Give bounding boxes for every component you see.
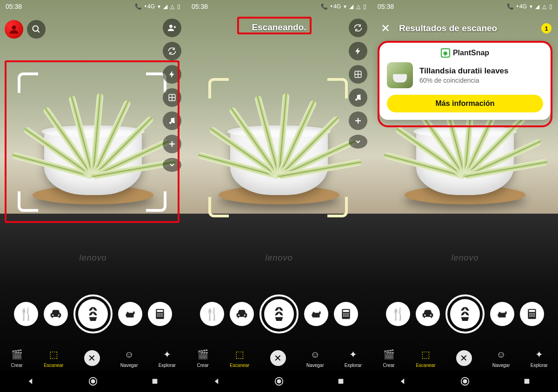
rotate-camera-icon[interactable] <box>163 42 181 60</box>
wifi-icon: ▾ <box>344 3 346 10</box>
toolbar-crear[interactable]: 🎬Crear <box>10 348 23 368</box>
clapper-icon: 🎬 <box>196 348 209 361</box>
profile-avatar[interactable] <box>5 20 23 39</box>
status-time: 05:38 <box>6 3 22 10</box>
flash-icon[interactable] <box>349 42 367 60</box>
toolbar-navegar[interactable]: ☺Navegar <box>306 348 324 368</box>
toolbar-escanear[interactable]: ⬚Escanear <box>44 348 63 368</box>
toolbar-explorar[interactable]: ✦Explorar <box>345 348 362 368</box>
svg-point-28 <box>355 98 358 101</box>
nav-home[interactable] <box>459 376 471 387</box>
food-category[interactable]: 🍴 <box>386 302 410 326</box>
signal-icon: ◢ <box>535 3 539 10</box>
scan-categories: 🍴 <box>0 294 186 333</box>
clapper-icon: 🎬 <box>10 348 23 361</box>
plant-category-active[interactable] <box>259 294 299 333</box>
dog-category[interactable] <box>118 302 142 326</box>
signal-icon: ◢ <box>349 3 353 10</box>
toolbar-navegar[interactable]: ☺Navegar <box>120 348 138 368</box>
calculator-icon <box>526 308 538 320</box>
toolbar-explorar[interactable]: ✦Explorar <box>531 348 548 368</box>
close-results-button[interactable]: ✕ <box>379 21 392 35</box>
toolbar-label: Escanear <box>230 363 249 368</box>
svg-point-34 <box>318 312 319 313</box>
svg-point-44 <box>277 379 280 383</box>
screen-3-results: lenovo 05:38 📞 •4G ▾ ◢ △ ▯ ✕ Resultados … <box>372 0 558 392</box>
nav-recent[interactable] <box>335 376 346 387</box>
nav-recent[interactable] <box>149 376 160 387</box>
android-nav <box>372 371 558 392</box>
toolbar-crear[interactable]: 🎬Crear <box>196 348 209 368</box>
nav-back[interactable] <box>212 376 223 387</box>
decor-laptop-brand: lenovo <box>451 253 478 263</box>
food-category[interactable]: 🍴 <box>14 302 38 326</box>
nav-back[interactable] <box>26 376 37 387</box>
svg-point-3 <box>169 25 173 28</box>
plant-icon <box>270 305 288 323</box>
plant-category-active[interactable] <box>73 294 113 333</box>
car-icon <box>49 307 63 321</box>
clapper-icon: 🎬 <box>382 348 395 361</box>
toolbar-label: Crear <box>383 363 395 368</box>
dog-category[interactable] <box>304 302 328 326</box>
svg-point-13 <box>132 312 133 313</box>
car-category[interactable] <box>416 302 440 326</box>
svg-point-20 <box>159 315 161 317</box>
svg-point-21 <box>161 315 163 317</box>
status-bar: 05:38 📞 •4G ▾ ◢ △ ▯ <box>0 0 186 13</box>
svg-point-38 <box>345 314 347 315</box>
toolbar-explorar[interactable]: ✦Explorar <box>159 348 176 368</box>
nav-home[interactable] <box>273 376 285 387</box>
smiley-icon: ☺ <box>309 348 322 361</box>
nav-home[interactable] <box>87 376 99 387</box>
svg-point-48 <box>504 312 505 313</box>
food-category[interactable]: 🍴 <box>200 302 224 326</box>
food-icon: 🍴 <box>391 307 405 321</box>
svg-point-1 <box>33 26 39 32</box>
scan-frame-active <box>208 78 348 217</box>
toolbar-navegar[interactable]: ☺Navegar <box>492 348 510 368</box>
svg-point-42 <box>347 315 349 317</box>
calculator-category[interactable] <box>520 302 544 326</box>
toolbar-navegar-label: Navegar <box>120 363 138 368</box>
calculator-category[interactable] <box>148 302 172 326</box>
toolbar-close[interactable]: ✕ <box>270 350 286 366</box>
car-category[interactable] <box>230 302 254 326</box>
svg-point-33 <box>244 314 246 316</box>
call-icon: 📞 <box>321 3 328 10</box>
network-label: •4G <box>145 3 155 10</box>
svg-point-29 <box>359 98 361 100</box>
toolbar-escanear[interactable]: ⬚Escanear <box>416 348 435 368</box>
car-category[interactable] <box>44 302 68 326</box>
plant-category-active[interactable] <box>445 294 485 333</box>
toolbar-close[interactable]: ✕ <box>456 350 472 366</box>
toolbar-close[interactable]: ✕ <box>84 350 100 366</box>
add-icon[interactable] <box>349 111 367 130</box>
food-icon: 🍴 <box>205 307 219 321</box>
battery-icon: ▯ <box>363 3 366 10</box>
nav-back[interactable] <box>398 376 409 387</box>
grid-icon[interactable] <box>349 65 367 84</box>
svg-point-46 <box>424 314 425 316</box>
rotate-camera-icon[interactable] <box>349 19 367 37</box>
scan-icon: ⬚ <box>419 348 432 361</box>
svg-point-19 <box>157 315 159 317</box>
toolbar-label: Navegar <box>492 363 510 368</box>
search-button[interactable] <box>27 20 46 39</box>
dog-category[interactable] <box>490 302 514 326</box>
scan-icon: ⬚ <box>47 348 60 361</box>
calculator-category[interactable] <box>334 302 358 326</box>
nav-recent[interactable] <box>521 376 532 387</box>
status-bar: 05:38 📞 •4G ▾ ◢ △ ▯ <box>186 0 372 13</box>
chevron-down-icon[interactable] <box>349 135 367 149</box>
music-icon[interactable] <box>349 88 367 107</box>
toolbar-crear-label: Crear <box>11 363 23 368</box>
toolbar-escanear[interactable]: ⬚Escanear <box>230 348 249 368</box>
add-friend-icon[interactable] <box>163 19 181 37</box>
battery-icon: ▯ <box>549 3 552 10</box>
toolbar-crear[interactable]: 🎬Crear <box>382 348 395 368</box>
svg-point-32 <box>238 314 239 316</box>
svg-rect-36 <box>343 310 349 312</box>
explore-icon: ✦ <box>346 348 359 361</box>
status-bar: 05:38 📞 •4G ▾ ◢ △ ▯ <box>372 0 558 13</box>
